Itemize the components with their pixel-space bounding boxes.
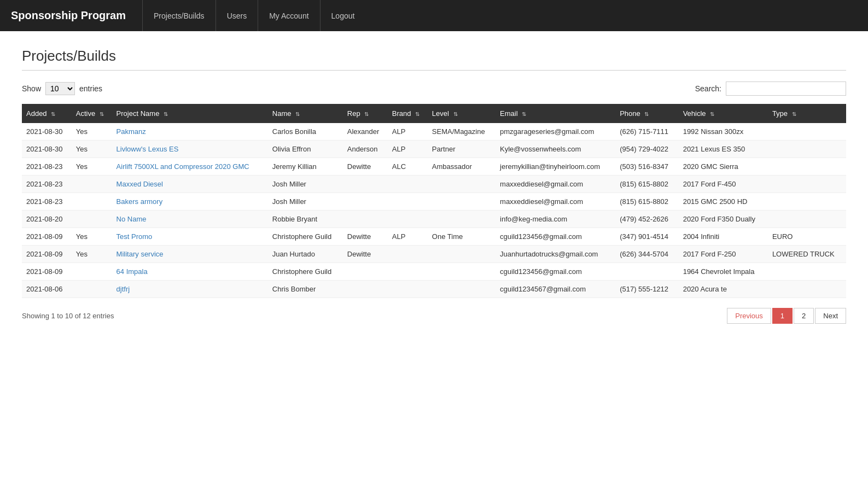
col-level[interactable]: Level ⇅ — [428, 104, 496, 123]
cell-added: 2021-08-20 — [22, 211, 72, 228]
sort-icon-vehicle: ⇅ — [710, 111, 714, 117]
col-vehicle[interactable]: Vehicle ⇅ — [679, 104, 768, 123]
project-link[interactable]: Maxxed Diesel — [116, 180, 163, 188]
cell-rep: Dewitte — [343, 228, 388, 246]
cell-level — [428, 211, 496, 228]
cell-active: Yes — [72, 246, 112, 263]
entries-select[interactable]: 10 25 50 100 — [45, 82, 75, 95]
sort-icon-brand: ⇅ — [415, 111, 420, 117]
cell-phone — [615, 263, 679, 281]
project-link[interactable]: djtfrj — [116, 285, 130, 293]
projects-table: Added ⇅ Active ⇅ Project Name ⇅ Name ⇅ R… — [22, 104, 846, 298]
cell-phone: (479) 452-2626 — [615, 211, 679, 228]
nav-projects-builds[interactable]: Projects/Builds — [142, 0, 215, 31]
col-phone[interactable]: Phone ⇅ — [615, 104, 679, 123]
cell-type: EURO — [768, 228, 846, 246]
entries-label: entries — [79, 84, 102, 93]
cell-name: Juan Hurtado — [268, 246, 343, 263]
cell-added: 2021-08-09 — [22, 246, 72, 263]
cell-level — [428, 193, 496, 211]
project-link[interactable]: 64 Impala — [116, 267, 148, 276]
col-name[interactable]: Name ⇅ — [268, 104, 343, 123]
nav-my-account[interactable]: My Account — [258, 0, 319, 31]
cell-email: cguild123456@gmail.com — [496, 263, 615, 281]
cell-type — [768, 141, 846, 158]
cell-email: cguild1234567@gmail.com — [496, 281, 615, 298]
table-row: 2021-08-09YesTest PromoChristophere Guil… — [22, 228, 846, 246]
cell-email: maxxeddiesel@gmail.com — [496, 193, 615, 211]
navbar: Sponsorship Program Projects/Builds User… — [0, 0, 868, 31]
cell-rep — [343, 263, 388, 281]
cell-phone: (503) 516-8347 — [615, 158, 679, 176]
cell-vehicle: 1964 Chevrolet Impala — [679, 263, 768, 281]
cell-active — [72, 193, 112, 211]
cell-name: Josh Miller — [268, 193, 343, 211]
cell-added: 2021-08-23 — [22, 193, 72, 211]
col-rep[interactable]: Rep ⇅ — [343, 104, 388, 123]
project-link[interactable]: Livloww's Lexus ES — [116, 145, 179, 153]
cell-name: Carlos Bonilla — [268, 123, 343, 141]
table-body: 2021-08-30YesPakmanzCarlos BonillaAlexan… — [22, 123, 846, 298]
sort-icon-project-name: ⇅ — [164, 111, 168, 117]
col-type[interactable]: Type ⇅ — [768, 104, 846, 123]
cell-brand — [388, 176, 428, 193]
project-link[interactable]: Test Promo — [116, 232, 153, 241]
cell-rep: Dewitte — [343, 246, 388, 263]
cell-type — [768, 263, 846, 281]
cell-project_name[interactable]: Pakmanz — [112, 123, 268, 141]
cell-project_name[interactable]: Maxxed Diesel — [112, 176, 268, 193]
project-link[interactable]: Airlift 7500XL and Compressor 2020 GMC — [116, 162, 249, 171]
cell-email: info@keg-media.com — [496, 211, 615, 228]
cell-brand — [388, 193, 428, 211]
project-link[interactable]: No Name — [116, 215, 147, 223]
project-link[interactable]: Bakers armory — [116, 197, 163, 206]
cell-name: Jeremy Killian — [268, 158, 343, 176]
cell-project_name[interactable]: Military service — [112, 246, 268, 263]
page-title: Projects/Builds — [22, 48, 846, 71]
cell-active: Yes — [72, 158, 112, 176]
col-project-name[interactable]: Project Name ⇅ — [112, 104, 268, 123]
table-row: 2021-08-06djtfrjChris Bombercguild123456… — [22, 281, 846, 298]
prev-button[interactable]: Previous — [727, 308, 771, 324]
table-row: 2021-08-0964 ImpalaChristophere Guildcgu… — [22, 263, 846, 281]
cell-phone: (815) 615-8802 — [615, 176, 679, 193]
project-link[interactable]: Pakmanz — [116, 127, 146, 136]
cell-phone: (347) 901-4514 — [615, 228, 679, 246]
cell-project_name[interactable]: djtfrj — [112, 281, 268, 298]
cell-name: Chris Bomber — [268, 281, 343, 298]
nav-users[interactable]: Users — [215, 0, 258, 31]
sort-icon-level: ⇅ — [453, 111, 458, 117]
nav-logout[interactable]: Logout — [320, 0, 366, 31]
search-input[interactable] — [726, 81, 846, 96]
cell-email: pmzgarageseries@gmail.com — [496, 123, 615, 141]
cell-added: 2021-08-09 — [22, 263, 72, 281]
page-button-1[interactable]: 1 — [772, 308, 793, 324]
cell-phone: (815) 615-8802 — [615, 193, 679, 211]
col-email[interactable]: Email ⇅ — [496, 104, 615, 123]
search-label: Search: — [695, 84, 721, 93]
cell-rep — [343, 176, 388, 193]
project-link[interactable]: Military service — [116, 250, 164, 258]
col-brand[interactable]: Brand ⇅ — [388, 104, 428, 123]
cell-project_name[interactable]: Airlift 7500XL and Compressor 2020 GMC — [112, 158, 268, 176]
col-active[interactable]: Active ⇅ — [72, 104, 112, 123]
cell-project_name[interactable]: Test Promo — [112, 228, 268, 246]
cell-brand — [388, 281, 428, 298]
col-added[interactable]: Added ⇅ — [22, 104, 72, 123]
cell-phone: (626) 344-5704 — [615, 246, 679, 263]
cell-project_name[interactable]: No Name — [112, 211, 268, 228]
cell-project_name[interactable]: Livloww's Lexus ES — [112, 141, 268, 158]
cell-vehicle: 2017 Ford F-250 — [679, 246, 768, 263]
sort-icon-email: ⇅ — [522, 111, 526, 117]
next-button[interactable]: Next — [815, 308, 846, 324]
page-button-2[interactable]: 2 — [794, 308, 814, 324]
cell-project_name[interactable]: Bakers armory — [112, 193, 268, 211]
cell-brand: ALP — [388, 123, 428, 141]
show-entries-control: Show 10 25 50 100 entries — [22, 82, 102, 95]
cell-type — [768, 281, 846, 298]
cell-vehicle: 2020 GMC Sierra — [679, 158, 768, 176]
cell-project_name[interactable]: 64 Impala — [112, 263, 268, 281]
table-row: 2021-08-30YesPakmanzCarlos BonillaAlexan… — [22, 123, 846, 141]
cell-added: 2021-08-23 — [22, 176, 72, 193]
cell-vehicle: 2015 GMC 2500 HD — [679, 193, 768, 211]
